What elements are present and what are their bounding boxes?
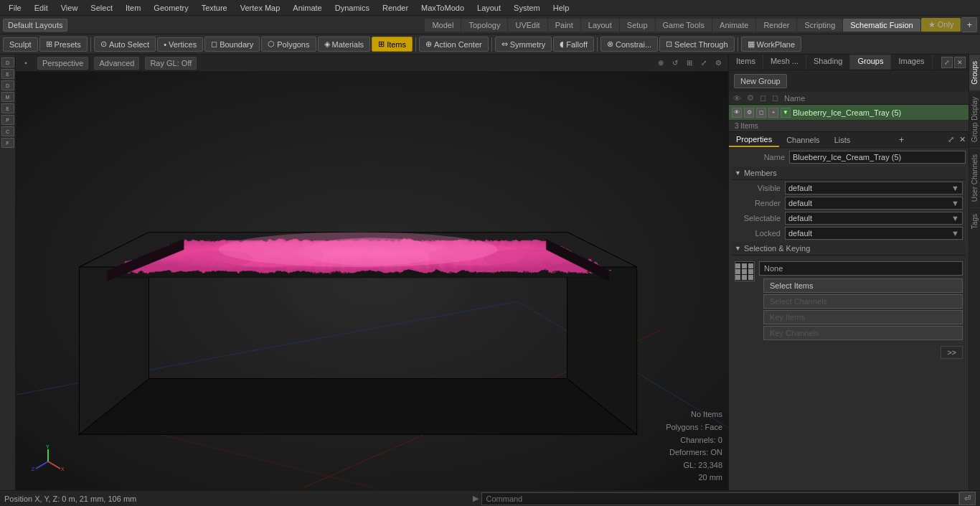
row-cfg-icon[interactable]: ⚙: [744, 108, 754, 118]
menu-system[interactable]: System: [508, 2, 546, 14]
presets-button[interactable]: ⊞ Presets: [39, 37, 88, 52]
menu-help[interactable]: Help: [547, 2, 575, 14]
menu-item[interactable]: Item: [120, 2, 146, 14]
autoselect-button[interactable]: ⊙ Auto Select: [94, 37, 156, 52]
viewport-raygl-btn[interactable]: Ray GL: Off: [145, 57, 197, 70]
command-input[interactable]: [481, 492, 960, 505]
menu-layout[interactable]: Layout: [471, 2, 507, 14]
menu-animate[interactable]: Animate: [287, 2, 327, 14]
prop-tab-channels[interactable]: Channels: [779, 133, 826, 146]
prop-tab-properties[interactable]: Properties: [729, 133, 779, 147]
panel-tab-images[interactable]: Images: [891, 55, 932, 70]
select-items-button[interactable]: Select Items: [763, 278, 963, 293]
viewport[interactable]: ▪ Perspective Advanced Ray GL: Off ⊕ ↺ ⊞…: [16, 55, 728, 490]
panel-ctrl-expand[interactable]: ⤢: [941, 57, 953, 68]
tab-paint[interactable]: Paint: [548, 19, 580, 32]
left-tool-3[interactable]: D: [1, 80, 14, 90]
falloff-button[interactable]: ◖ Falloff: [553, 37, 594, 52]
panel-tab-mesh[interactable]: Mesh ...: [763, 55, 806, 70]
layouts-dropdown[interactable]: Default Layouts: [3, 19, 67, 32]
viewport-zoom-icon[interactable]: ⊞: [684, 57, 695, 69]
left-tool-7[interactable]: C: [1, 126, 14, 136]
tab-uvedit[interactable]: UVEdit: [508, 19, 547, 32]
side-tab-tags[interactable]: Tags: [969, 207, 980, 235]
key-channels-button[interactable]: Key Channels: [763, 326, 963, 340]
tab-animate[interactable]: Animate: [712, 19, 755, 32]
key-items-button[interactable]: Key Items: [763, 310, 963, 324]
viewport-settings-icon[interactable]: ⚙: [712, 57, 724, 69]
keying-section-header[interactable]: ▼ Selection & Keying: [732, 242, 966, 256]
menu-edit[interactable]: Edit: [29, 2, 54, 14]
boundary-button[interactable]: ◻ Boundary: [204, 37, 260, 52]
menu-dynamics[interactable]: Dynamics: [329, 2, 375, 14]
left-tool-5[interactable]: E: [1, 103, 14, 113]
constrain-button[interactable]: ⊗ Constrai...: [600, 37, 658, 52]
tab-setup[interactable]: Setup: [620, 19, 655, 32]
menu-file[interactable]: File: [3, 2, 27, 14]
viewport-expand-icon[interactable]: ⤢: [698, 57, 710, 69]
menu-texture[interactable]: Texture: [196, 2, 233, 14]
menu-vertexmap[interactable]: Vertex Map: [235, 2, 286, 14]
polygons-button[interactable]: ⬡ Polygons: [261, 37, 316, 52]
members-section-header[interactable]: ▼ Members: [732, 167, 966, 180]
panel-tab-items[interactable]: Items: [729, 55, 763, 70]
select-channels-button[interactable]: Select Channels: [763, 294, 963, 309]
expand-button[interactable]: >>: [941, 346, 963, 359]
items-button[interactable]: ⊞ Items: [372, 37, 413, 52]
panel-tab-groups[interactable]: Groups: [850, 55, 891, 70]
viewport-canvas[interactable]: No Items Polygons : Face Channels: 0 Def…: [16, 72, 728, 490]
action-center-button[interactable]: ⊕ Action Center: [419, 37, 489, 52]
left-tool-1[interactable]: D: [1, 57, 14, 67]
add-layout-button[interactable]: +: [961, 17, 977, 32]
viewport-shading-btn[interactable]: Advanced: [94, 57, 139, 70]
panel-tab-shading[interactable]: Shading: [806, 55, 850, 70]
left-tool-2[interactable]: E: [1, 69, 14, 79]
tab-model[interactable]: Model: [425, 19, 461, 32]
prop-close-btn[interactable]: ✕: [957, 134, 969, 146]
materials-button[interactable]: ◈ Materials: [318, 37, 371, 52]
prop-add-button[interactable]: +: [895, 133, 908, 146]
left-tool-6[interactable]: P: [1, 115, 14, 125]
selectthrough-button[interactable]: ⊡ Select Through: [659, 37, 734, 52]
new-group-button[interactable]: New Group: [734, 74, 787, 88]
symmetry-button[interactable]: ⇔ Symmetry: [495, 37, 552, 52]
menu-select[interactable]: Select: [85, 2, 118, 14]
left-tool-4[interactable]: M: [1, 92, 14, 102]
viewport-refresh-icon[interactable]: ↺: [669, 57, 681, 69]
tab-render[interactable]: Render: [756, 19, 796, 32]
side-tab-group-display[interactable]: Group Display: [969, 90, 980, 148]
tab-topology[interactable]: Topology: [461, 19, 507, 32]
prop-expand-btn[interactable]: ⤢: [946, 134, 957, 146]
row-vis-icon[interactable]: 👁: [732, 108, 742, 118]
viewport-perspective-btn[interactable]: Perspective: [37, 57, 88, 70]
row-lock-icon[interactable]: +: [768, 108, 778, 118]
vertices-button[interactable]: • Vertices: [157, 37, 203, 52]
left-tool-8[interactable]: F: [1, 138, 14, 148]
menu-view[interactable]: View: [55, 2, 84, 14]
tab-layout[interactable]: Layout: [581, 19, 619, 32]
sculpt-button[interactable]: Sculpt: [3, 37, 38, 52]
side-tab-groups[interactable]: Groups: [969, 55, 980, 90]
tab-gametools[interactable]: Game Tools: [656, 19, 712, 32]
keying-icon[interactable]: [735, 261, 755, 281]
name-input[interactable]: [789, 151, 966, 164]
group-list-row[interactable]: 👁 ⚙ ◻ + ▼ Blueberry_Ice_Cream_Tray (5): [729, 105, 969, 121]
render-dropdown[interactable]: default ▼: [785, 197, 963, 210]
locked-dropdown[interactable]: default ▼: [785, 227, 963, 240]
panel-ctrl-close[interactable]: ✕: [954, 57, 966, 68]
selectable-dropdown[interactable]: default ▼: [785, 212, 963, 225]
row-render-icon[interactable]: ◻: [756, 108, 766, 118]
menu-maxtomodo[interactable]: MaxToModo: [415, 2, 470, 14]
menu-geometry[interactable]: Geometry: [148, 2, 194, 14]
visible-dropdown[interactable]: default ▼: [785, 182, 963, 195]
command-execute-button[interactable]: ⏎: [959, 492, 976, 505]
viewport-toggle-icon[interactable]: ▪: [20, 57, 32, 69]
tab-scripting[interactable]: Scripting: [797, 19, 842, 32]
tab-schematic-fusion[interactable]: Schematic Fusion: [843, 19, 920, 32]
side-tab-user-channels[interactable]: User Channels: [969, 148, 980, 207]
menu-render[interactable]: Render: [377, 2, 414, 14]
workplane-button[interactable]: ▦ WorkPlane: [741, 37, 802, 52]
prop-tab-lists[interactable]: Lists: [827, 133, 858, 146]
viewport-orbit-icon[interactable]: ⊕: [655, 57, 666, 69]
tab-only[interactable]: ★ Only: [921, 18, 961, 32]
